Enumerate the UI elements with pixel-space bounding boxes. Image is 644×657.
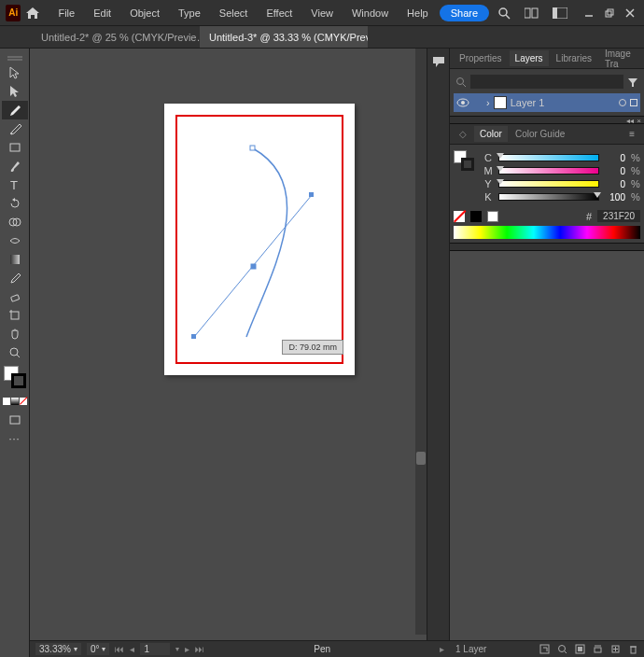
- tab-properties[interactable]: Properties: [454, 50, 508, 66]
- trash-icon[interactable]: [628, 644, 638, 654]
- window-close[interactable]: [622, 7, 638, 20]
- scroll-right-icon[interactable]: ▸: [440, 644, 444, 654]
- panel-menu-icon[interactable]: ≡: [623, 126, 640, 142]
- scrollbar-thumb[interactable]: [416, 452, 426, 465]
- toolbar-grip[interactable]: [2, 54, 28, 63]
- rotate-tool[interactable]: [2, 194, 28, 213]
- layer-thumbnail: [494, 96, 507, 109]
- slider-m[interactable]: M 0%: [483, 165, 640, 176]
- arrange-docs-icon[interactable]: [522, 4, 542, 22]
- tab-layers[interactable]: Layers: [510, 50, 549, 66]
- menu-help[interactable]: Help: [399, 4, 436, 22]
- screen-mode-tool[interactable]: [2, 411, 28, 429]
- artboard[interactable]: D: 79.02 mm: [164, 104, 355, 375]
- layer-search-input[interactable]: [470, 75, 623, 89]
- panel-collapse-bar[interactable]: [450, 243, 644, 251]
- vertical-scrollbar[interactable]: [415, 49, 427, 635]
- first-artboard-icon[interactable]: ⏮: [115, 644, 124, 654]
- menu-select[interactable]: Select: [212, 4, 256, 22]
- document-tab-2[interactable]: Untitled-3* @ 33.33 % (CMYK/Preview) ×: [200, 26, 368, 48]
- tab-color-guide[interactable]: Color Guide: [510, 126, 570, 142]
- tab-color[interactable]: Color: [474, 126, 508, 142]
- svg-point-34: [461, 101, 465, 105]
- export-icon[interactable]: [539, 644, 550, 654]
- panel-collapse-bar[interactable]: ◂◂×: [450, 116, 644, 124]
- svg-rect-2: [525, 8, 530, 18]
- new-layer-icon[interactable]: [610, 644, 621, 654]
- locate-icon[interactable]: [557, 644, 567, 654]
- menu-object[interactable]: Object: [122, 4, 167, 22]
- svg-rect-45: [631, 647, 636, 653]
- canvas-area[interactable]: D: 79.02 mm: [30, 49, 427, 657]
- target-icon[interactable]: [619, 99, 626, 106]
- slider-k[interactable]: K 100%: [483, 191, 640, 203]
- none-color-chip[interactable]: [454, 211, 465, 222]
- menu-edit[interactable]: Edit: [86, 4, 119, 22]
- svg-rect-8: [608, 9, 613, 15]
- svg-rect-29: [309, 192, 314, 197]
- gradient-tool[interactable]: [2, 250, 28, 269]
- width-tool[interactable]: [2, 231, 28, 250]
- color-spectrum[interactable]: [454, 226, 640, 239]
- zoom-tool[interactable]: [2, 343, 28, 362]
- home-button[interactable]: [22, 4, 43, 22]
- zoom-field[interactable]: 33.33%▾: [35, 643, 81, 655]
- prev-artboard-icon[interactable]: ◂: [130, 644, 134, 654]
- window-minimize[interactable]: [581, 7, 597, 20]
- layer-row[interactable]: › Layer 1: [454, 93, 640, 112]
- hand-tool[interactable]: [2, 325, 28, 343]
- hex-value[interactable]: 231F20: [597, 210, 640, 222]
- color-mode-none[interactable]: [20, 398, 27, 405]
- artboard-nav-field[interactable]: 1: [140, 643, 170, 655]
- stroke-swatch[interactable]: [11, 373, 26, 388]
- direct-selection-tool[interactable]: [2, 82, 28, 101]
- document-tab-label: Untitled-3* @ 33.33 % (CMYK/Preview): [209, 32, 368, 43]
- window-restore[interactable]: [601, 7, 618, 20]
- new-sublayer-icon[interactable]: [593, 644, 603, 654]
- menu-type[interactable]: Type: [171, 4, 208, 22]
- color-mode-gradient[interactable]: [11, 398, 19, 405]
- black-chip[interactable]: [470, 211, 482, 222]
- filter-icon[interactable]: [627, 77, 638, 88]
- eraser-tool[interactable]: [2, 287, 28, 306]
- tab-image-trace[interactable]: Image Tra: [599, 46, 637, 72]
- measurement-tooltip: D: 79.02 mm: [282, 340, 343, 355]
- curvature-tool[interactable]: [2, 119, 28, 138]
- rotation-field[interactable]: 0°▾: [87, 643, 110, 655]
- expand-icon[interactable]: ›: [486, 97, 490, 108]
- panel-menu-icon[interactable]: ≡: [638, 50, 644, 66]
- menu-view[interactable]: View: [303, 4, 341, 22]
- share-button[interactable]: Share: [440, 5, 489, 21]
- white-chip[interactable]: [487, 211, 498, 222]
- fill-stroke-swatches[interactable]: [2, 366, 28, 396]
- shape-builder-tool[interactable]: [2, 213, 28, 231]
- svg-rect-14: [10, 144, 20, 151]
- menu-window[interactable]: Window: [344, 4, 396, 22]
- eyedropper-tool[interactable]: [2, 269, 28, 287]
- last-artboard-icon[interactable]: ⏭: [195, 644, 204, 654]
- stroke-color-chip[interactable]: [461, 158, 474, 171]
- workspace-icon[interactable]: [550, 4, 570, 22]
- artboard-tool[interactable]: [2, 306, 28, 325]
- next-artboard-icon[interactable]: ▸: [185, 644, 189, 654]
- menu-file[interactable]: File: [50, 4, 82, 22]
- layer-name[interactable]: Layer 1: [511, 97, 545, 108]
- slider-c[interactable]: C 0%: [483, 152, 640, 163]
- search-icon[interactable]: [494, 4, 514, 22]
- visibility-icon[interactable]: [456, 98, 469, 107]
- slider-y[interactable]: Y 0%: [483, 178, 640, 189]
- type-tool[interactable]: T: [2, 175, 28, 194]
- color-mode-solid[interactable]: [3, 398, 10, 405]
- path-preview: [164, 104, 355, 375]
- selection-tool[interactable]: [2, 63, 28, 82]
- menu-effect[interactable]: Effect: [259, 4, 300, 22]
- rectangle-tool[interactable]: [2, 138, 28, 157]
- paintbrush-tool[interactable]: [2, 157, 28, 175]
- comments-panel-icon[interactable]: [426, 52, 452, 71]
- tab-libraries[interactable]: Libraries: [551, 50, 597, 66]
- edit-toolbar-icon[interactable]: ···: [2, 429, 28, 448]
- document-tab-1[interactable]: Untitled-2* @ 25 % (CMYK/Previe… ×: [32, 26, 200, 48]
- pen-tool[interactable]: [2, 101, 28, 119]
- collapsed-panel-dock: [427, 49, 450, 657]
- clip-mask-icon[interactable]: [575, 644, 585, 654]
